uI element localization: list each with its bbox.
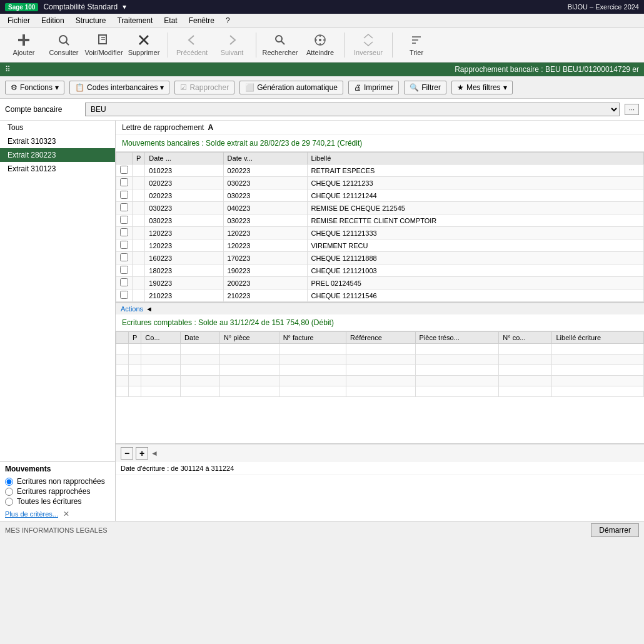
rechercher-button[interactable]: Rechercher xyxy=(261,30,299,60)
radio-non-rapprochees[interactable]: Ecritures non rapprochées xyxy=(5,477,110,486)
radio-rapprochees[interactable]: Ecritures rapprochées xyxy=(5,487,110,496)
account-select[interactable]: BEU xyxy=(85,103,620,116)
radio-rapprochees-input[interactable] xyxy=(5,488,13,496)
trier-label: Trier xyxy=(410,49,423,56)
nav-tous[interactable]: Tous xyxy=(0,121,115,134)
row-checkbox[interactable] xyxy=(116,239,133,252)
table-row[interactable]: 190223 200223 PREL 02124545 xyxy=(116,277,644,289)
nav-extrait-280223[interactable]: Extrait 280223 xyxy=(0,148,115,162)
row-checkbox[interactable] xyxy=(116,289,133,302)
title-bar: Sage 100 Comptabilité Standard ▾ BIJOU –… xyxy=(0,0,644,14)
generation-auto-button[interactable]: ⬜ Génération automatique xyxy=(239,81,343,94)
plus-button[interactable]: + xyxy=(136,447,148,460)
inverseur-button[interactable]: Inverseur xyxy=(350,30,387,60)
title-bar-left: Sage 100 Comptabilité Standard ▾ xyxy=(5,3,126,11)
radio-toutes[interactable]: Toutes les écritures xyxy=(5,497,110,506)
row-checkbox[interactable] xyxy=(116,189,133,202)
menu-fichier[interactable]: Fichier xyxy=(3,15,35,26)
table-row[interactable]: 120223 120223 CHEQUE 121121333 xyxy=(116,227,644,239)
row-checkbox[interactable] xyxy=(116,264,133,277)
plus-criteres-link[interactable]: Plus de critères... xyxy=(5,510,58,518)
row-libelle: PREL 02124545 xyxy=(307,277,643,289)
rechercher-icon xyxy=(273,33,287,47)
precedent-button[interactable]: Précédent xyxy=(173,30,211,60)
nav-extrait-310323[interactable]: Extrait 310323 xyxy=(0,134,115,148)
table-row xyxy=(116,344,644,355)
ecr-col-reference[interactable]: Référence xyxy=(346,332,415,344)
menu-bar: Fichier Edition Structure Traitement Eta… xyxy=(0,14,644,28)
sep3 xyxy=(344,33,345,58)
row-date: 160223 xyxy=(145,252,223,264)
trier-button[interactable]: Trier xyxy=(398,30,435,60)
row-date: 120223 xyxy=(145,239,223,252)
ecr-col-nco[interactable]: N° co... xyxy=(499,332,552,344)
row-checkbox[interactable] xyxy=(116,164,133,177)
row-checkbox[interactable] xyxy=(116,227,133,239)
row-checkbox[interactable] xyxy=(116,177,133,189)
consulter-icon xyxy=(57,33,71,47)
row-checkbox[interactable] xyxy=(116,214,133,227)
col-date[interactable]: Date ... xyxy=(145,153,223,164)
suivant-button[interactable]: Suivant xyxy=(213,30,251,60)
row-checkbox[interactable] xyxy=(116,277,133,289)
suivant-icon xyxy=(225,33,239,47)
nav-extrait-310123[interactable]: Extrait 310123 xyxy=(0,162,115,176)
dropdown-arrow[interactable]: ▾ xyxy=(123,3,126,11)
minus-button[interactable]: − xyxy=(121,447,133,460)
rapprocher-button[interactable]: ☑ Rapprocher xyxy=(174,81,234,94)
table-row[interactable]: 030223 030223 REMISE RECETTE CLIENT COMP… xyxy=(116,214,644,227)
ajouter-icon xyxy=(17,33,31,47)
precedent-icon xyxy=(185,33,199,47)
col-datev[interactable]: Date v... xyxy=(223,153,307,164)
menu-etat[interactable]: Etat xyxy=(159,15,182,26)
filtrer-button[interactable]: 🔍 Filtrer xyxy=(404,81,446,94)
mes-filtres-button[interactable]: ★ Mes filtres ▾ xyxy=(451,81,513,94)
table-row[interactable]: 020223 030223 CHEQUE 121121244 xyxy=(116,189,644,202)
ecr-col-piece-treso[interactable]: Pièce tréso... xyxy=(415,332,499,344)
radio-non-rapprochees-input[interactable] xyxy=(5,478,13,486)
table-row[interactable]: 020223 030223 CHEQUE 12121233 xyxy=(116,177,644,189)
ecr-col-facture[interactable]: N° facture xyxy=(279,332,346,344)
ecr-col-libelle[interactable]: Libellé écriture xyxy=(552,332,644,344)
row-datev: 120223 xyxy=(223,239,307,252)
actions-link[interactable]: Actions xyxy=(121,305,143,313)
menu-edition[interactable]: Edition xyxy=(36,15,69,26)
table-row[interactable]: 180223 190223 CHEQUE 121121003 xyxy=(116,264,644,277)
table-row[interactable]: 210223 210223 CHEQUE 121121546 xyxy=(116,289,644,302)
row-checkbox[interactable] xyxy=(116,252,133,264)
fonctions-button[interactable]: ⚙ Fonctions ▾ xyxy=(5,81,64,94)
left-panel: Tous Extrait 310323 Extrait 280223 Extra… xyxy=(0,121,116,521)
ecr-col-date[interactable]: Date xyxy=(181,332,220,344)
account-more-button[interactable]: ··· xyxy=(625,104,639,115)
supprimer-button[interactable]: Supprimer xyxy=(125,30,163,60)
voir-modifier-button[interactable]: Voir/Modifier xyxy=(85,30,123,60)
menu-traitement[interactable]: Traitement xyxy=(112,15,158,26)
col-checkbox xyxy=(116,153,133,164)
status-bar: MES INFORMATIONS LEGALES Démarrer xyxy=(0,521,644,538)
row-checkbox[interactable] xyxy=(116,202,133,214)
menu-fenetre[interactable]: Fenêtre xyxy=(184,15,219,26)
svg-point-12 xyxy=(319,39,321,41)
table-row[interactable]: 120223 120223 VIREMENT RECU xyxy=(116,239,644,252)
lettre-label: Lettre de rapprochement xyxy=(122,123,204,132)
supprimer-label: Supprimer xyxy=(128,49,160,56)
atteindre-button[interactable]: Atteindre xyxy=(301,30,339,60)
consulter-label: Consulter xyxy=(49,49,78,56)
fonctions-label: Fonctions xyxy=(20,83,53,92)
imprimer-button[interactable]: 🖨 Imprimer xyxy=(348,81,399,94)
table-row[interactable]: 160223 170223 CHEQUE 121121888 xyxy=(116,252,644,264)
filter-close-icon[interactable]: ✕ xyxy=(63,510,69,518)
ajouter-button[interactable]: Ajouter xyxy=(5,30,43,60)
radio-toutes-input[interactable] xyxy=(5,498,13,506)
codes-interbancaires-button[interactable]: 📋 Codes interbancaires ▾ xyxy=(69,81,169,94)
table-row[interactable]: 010223 020223 RETRAIT ESPECES xyxy=(116,164,644,177)
ecr-col-co[interactable]: Co... xyxy=(141,332,181,344)
scroll-indicator: ◄ xyxy=(151,449,158,458)
menu-aide[interactable]: ? xyxy=(221,15,235,26)
start-button[interactable]: Démarrer xyxy=(591,523,639,537)
menu-structure[interactable]: Structure xyxy=(71,15,111,26)
col-libelle[interactable]: Libellé xyxy=(307,153,643,164)
consulter-button[interactable]: Consulter xyxy=(45,30,83,60)
ecr-col-piece[interactable]: N° pièce xyxy=(219,332,279,344)
table-row[interactable]: 030223 040223 REMISE DE CHEQUE 212545 xyxy=(116,202,644,214)
